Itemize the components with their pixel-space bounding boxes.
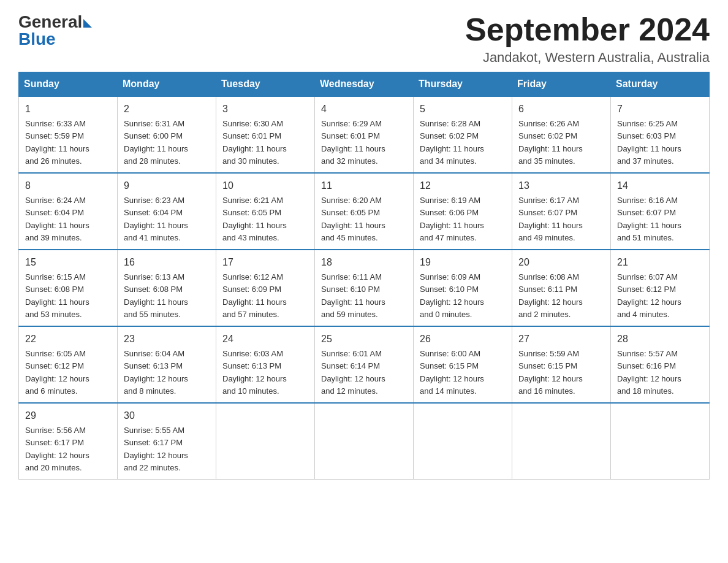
day-number: 23 [124, 332, 210, 347]
calendar-cell: 7 Sunrise: 6:25 AMSunset: 6:03 PMDayligh… [611, 96, 710, 173]
day-info: Sunrise: 6:01 AMSunset: 6:14 PMDaylight:… [321, 349, 385, 396]
day-info: Sunrise: 6:04 AMSunset: 6:13 PMDaylight:… [124, 349, 188, 396]
day-number: 11 [321, 178, 407, 193]
day-info: Sunrise: 6:31 AMSunset: 6:00 PMDaylight:… [124, 119, 188, 166]
calendar-cell: 8 Sunrise: 6:24 AMSunset: 6:04 PMDayligh… [19, 173, 118, 250]
day-info: Sunrise: 6:26 AMSunset: 6:02 PMDaylight:… [518, 119, 583, 166]
calendar-cell: 6 Sunrise: 6:26 AMSunset: 6:02 PMDayligh… [512, 96, 611, 173]
col-header-wednesday: Wednesday [315, 72, 414, 97]
day-number: 8 [25, 178, 111, 193]
calendar-cell: 14 Sunrise: 6:16 AMSunset: 6:07 PMDaylig… [611, 173, 710, 250]
calendar-cell [315, 403, 414, 480]
day-number: 6 [518, 102, 604, 117]
title-area: September 2024 Jandakot, Western Austral… [465, 12, 710, 66]
week-row-5: 29 Sunrise: 5:56 AMSunset: 6:17 PMDaylig… [19, 403, 710, 480]
day-info: Sunrise: 6:25 AMSunset: 6:03 PMDaylight:… [617, 119, 681, 166]
day-number: 24 [222, 332, 308, 347]
logo-arrow-icon [83, 19, 92, 28]
calendar-cell: 19 Sunrise: 6:09 AMSunset: 6:10 PMDaylig… [414, 250, 512, 326]
day-number: 22 [25, 332, 111, 347]
day-info: Sunrise: 6:17 AMSunset: 6:07 PMDaylight:… [518, 196, 583, 242]
calendar-cell: 11 Sunrise: 6:20 AMSunset: 6:05 PMDaylig… [315, 173, 414, 250]
day-number: 29 [25, 408, 111, 423]
day-number: 18 [321, 255, 407, 270]
day-number: 19 [420, 255, 506, 270]
day-info: Sunrise: 6:23 AMSunset: 6:04 PMDaylight:… [124, 196, 188, 242]
day-number: 15 [25, 255, 111, 270]
day-info: Sunrise: 6:12 AMSunset: 6:09 PMDaylight:… [222, 272, 287, 319]
calendar-cell: 20 Sunrise: 6:08 AMSunset: 6:11 PMDaylig… [512, 250, 611, 326]
calendar-cell: 2 Sunrise: 6:31 AMSunset: 6:00 PMDayligh… [118, 96, 216, 173]
calendar-cell: 28 Sunrise: 5:57 AMSunset: 6:16 PMDaylig… [611, 326, 710, 403]
day-number: 30 [124, 408, 210, 423]
calendar-cell: 26 Sunrise: 6:00 AMSunset: 6:15 PMDaylig… [414, 326, 512, 403]
week-row-1: 1 Sunrise: 6:33 AMSunset: 5:59 PMDayligh… [19, 96, 710, 173]
day-info: Sunrise: 5:55 AMSunset: 6:17 PMDaylight:… [124, 426, 188, 472]
day-info: Sunrise: 6:07 AMSunset: 6:12 PMDaylight:… [617, 272, 681, 319]
day-info: Sunrise: 6:29 AMSunset: 6:01 PMDaylight:… [321, 119, 385, 166]
day-info: Sunrise: 6:21 AMSunset: 6:05 PMDaylight:… [222, 196, 287, 242]
month-title: September 2024 [465, 12, 710, 47]
location-title: Jandakot, Western Australia, Australia [465, 50, 710, 66]
week-row-4: 22 Sunrise: 6:05 AMSunset: 6:12 PMDaylig… [19, 326, 710, 403]
day-info: Sunrise: 6:13 AMSunset: 6:08 PMDaylight:… [124, 272, 188, 319]
day-info: Sunrise: 6:11 AMSunset: 6:10 PMDaylight:… [321, 272, 385, 319]
day-number: 5 [420, 102, 506, 117]
week-row-2: 8 Sunrise: 6:24 AMSunset: 6:04 PMDayligh… [19, 173, 710, 250]
day-number: 25 [321, 332, 407, 347]
calendar-cell: 17 Sunrise: 6:12 AMSunset: 6:09 PMDaylig… [216, 250, 315, 326]
day-info: Sunrise: 6:09 AMSunset: 6:10 PMDaylight:… [420, 272, 484, 319]
calendar-cell: 12 Sunrise: 6:19 AMSunset: 6:06 PMDaylig… [414, 173, 512, 250]
calendar-cell: 4 Sunrise: 6:29 AMSunset: 6:01 PMDayligh… [315, 96, 414, 173]
day-number: 3 [222, 102, 308, 117]
day-number: 14 [617, 178, 703, 193]
calendar-cell [611, 403, 710, 480]
col-header-friday: Friday [512, 72, 611, 97]
calendar-cell: 30 Sunrise: 5:55 AMSunset: 6:17 PMDaylig… [118, 403, 216, 480]
calendar-cell: 10 Sunrise: 6:21 AMSunset: 6:05 PMDaylig… [216, 173, 315, 250]
col-header-monday: Monday [118, 72, 216, 97]
day-info: Sunrise: 5:56 AMSunset: 6:17 PMDaylight:… [25, 426, 89, 472]
calendar-cell: 25 Sunrise: 6:01 AMSunset: 6:14 PMDaylig… [315, 326, 414, 403]
logo: General Blue [18, 12, 92, 49]
calendar-table: SundayMondayTuesdayWednesdayThursdayFrid… [18, 72, 710, 480]
logo-blue-text: Blue [18, 29, 56, 49]
day-number: 13 [518, 178, 604, 193]
day-info: Sunrise: 6:15 AMSunset: 6:08 PMDaylight:… [25, 272, 89, 319]
calendar-cell: 23 Sunrise: 6:04 AMSunset: 6:13 PMDaylig… [118, 326, 216, 403]
day-number: 21 [617, 255, 703, 270]
day-number: 4 [321, 102, 407, 117]
day-number: 1 [25, 102, 111, 117]
day-number: 28 [617, 332, 703, 347]
day-info: Sunrise: 6:19 AMSunset: 6:06 PMDaylight:… [420, 196, 484, 242]
day-number: 27 [518, 332, 604, 347]
calendar-cell: 15 Sunrise: 6:15 AMSunset: 6:08 PMDaylig… [19, 250, 118, 326]
day-number: 17 [222, 255, 308, 270]
week-row-3: 15 Sunrise: 6:15 AMSunset: 6:08 PMDaylig… [19, 250, 710, 326]
calendar-cell: 1 Sunrise: 6:33 AMSunset: 5:59 PMDayligh… [19, 96, 118, 173]
calendar-cell: 21 Sunrise: 6:07 AMSunset: 6:12 PMDaylig… [611, 250, 710, 326]
day-info: Sunrise: 5:59 AMSunset: 6:15 PMDaylight:… [518, 349, 583, 396]
day-info: Sunrise: 6:00 AMSunset: 6:15 PMDaylight:… [420, 349, 484, 396]
day-info: Sunrise: 6:20 AMSunset: 6:05 PMDaylight:… [321, 196, 385, 242]
col-header-tuesday: Tuesday [216, 72, 315, 97]
calendar-cell: 22 Sunrise: 6:05 AMSunset: 6:12 PMDaylig… [19, 326, 118, 403]
day-number: 7 [617, 102, 703, 117]
day-number: 9 [124, 178, 210, 193]
calendar-cell: 3 Sunrise: 6:30 AMSunset: 6:01 PMDayligh… [216, 96, 315, 173]
day-number: 16 [124, 255, 210, 270]
day-number: 10 [222, 178, 308, 193]
day-info: Sunrise: 6:08 AMSunset: 6:11 PMDaylight:… [518, 272, 583, 319]
day-info: Sunrise: 6:28 AMSunset: 6:02 PMDaylight:… [420, 119, 484, 166]
col-header-saturday: Saturday [611, 72, 710, 97]
calendar-cell: 27 Sunrise: 5:59 AMSunset: 6:15 PMDaylig… [512, 326, 611, 403]
calendar-cell: 13 Sunrise: 6:17 AMSunset: 6:07 PMDaylig… [512, 173, 611, 250]
calendar-cell: 5 Sunrise: 6:28 AMSunset: 6:02 PMDayligh… [414, 96, 512, 173]
day-info: Sunrise: 6:05 AMSunset: 6:12 PMDaylight:… [25, 349, 89, 396]
day-info: Sunrise: 6:33 AMSunset: 5:59 PMDaylight:… [25, 119, 89, 166]
day-info: Sunrise: 6:30 AMSunset: 6:01 PMDaylight:… [222, 119, 287, 166]
day-number: 26 [420, 332, 506, 347]
day-number: 2 [124, 102, 210, 117]
calendar-header-row: SundayMondayTuesdayWednesdayThursdayFrid… [19, 72, 710, 97]
day-number: 20 [518, 255, 604, 270]
